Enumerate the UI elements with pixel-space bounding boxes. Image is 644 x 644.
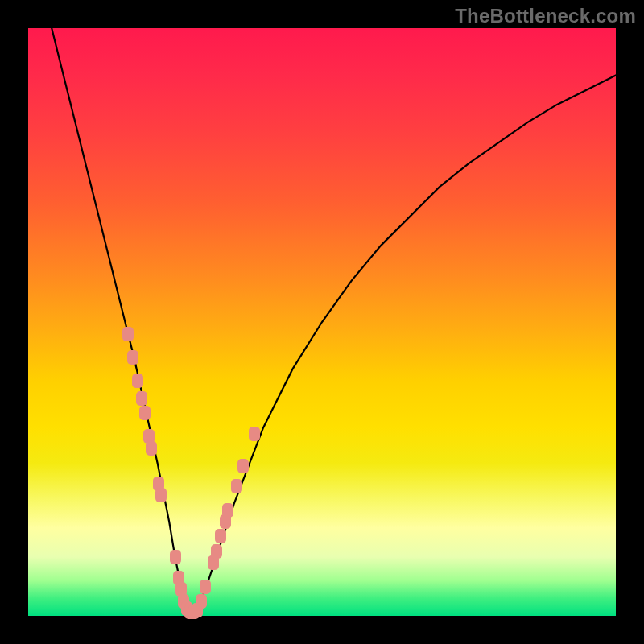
data-marker [122, 327, 134, 341]
data-marker [196, 594, 207, 609]
data-marker [200, 580, 211, 594]
data-marker [146, 441, 157, 456]
data-marker [127, 350, 138, 365]
chart-frame: TheBottleneck.com [0, 0, 644, 644]
data-marker [249, 427, 260, 441]
data-marker [231, 479, 242, 493]
data-marker [155, 488, 167, 502]
data-marker [132, 374, 143, 388]
data-marker [237, 459, 249, 473]
curve-svg [28, 28, 616, 616]
data-marker [211, 544, 222, 559]
data-marker [222, 503, 233, 518]
data-marker [136, 391, 147, 406]
watermark-text: TheBottleneck.com [455, 5, 636, 27]
data-marker [170, 550, 181, 564]
data-marker [139, 406, 151, 420]
data-marker [215, 529, 226, 543]
penalty-curve [52, 28, 616, 613]
plot-area [28, 28, 616, 616]
